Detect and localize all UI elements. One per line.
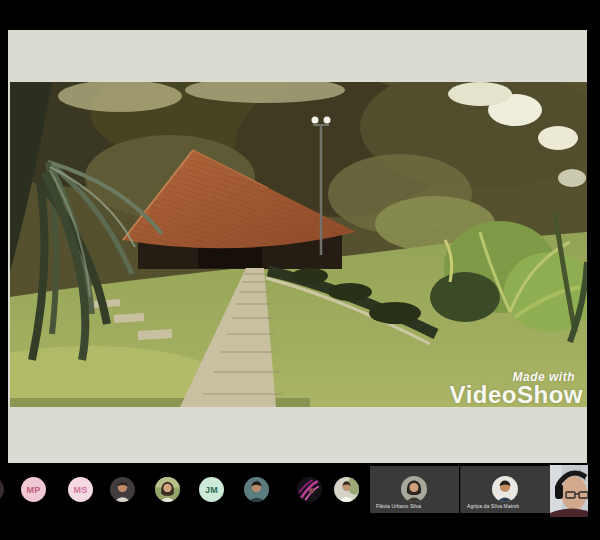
- avatar-initials: MS: [74, 485, 88, 495]
- participant-name: Agripa da Silva Mainrk: [467, 503, 519, 509]
- photo-avatar-icon: [155, 477, 180, 502]
- participant-avatar-jm[interactable]: JM: [199, 477, 224, 502]
- participant-avatar-ms[interactable]: MS: [68, 477, 93, 502]
- tile-avatar-photo: [401, 476, 427, 502]
- photo-avatar-icon: [244, 477, 269, 502]
- participant-avatar-mp[interactable]: MP: [21, 477, 46, 502]
- avatar-initials: MP: [27, 485, 41, 495]
- participant-avatar-partial[interactable]: [0, 477, 4, 502]
- photo-avatar-icon: [110, 477, 135, 502]
- participant-avatar-man-white-shirt[interactable]: [334, 477, 359, 502]
- participants-filmstrip: MP MS JM: [0, 466, 600, 540]
- shared-video-frame: Made with VideoShow: [10, 82, 587, 407]
- watermark-line2: VideoShow: [450, 383, 583, 407]
- man-with-headphones: [550, 465, 588, 517]
- photo-avatar-icon: [334, 477, 359, 502]
- tile-avatar-photo: [492, 476, 518, 502]
- avatar-initials: JM: [205, 485, 218, 495]
- participant-name: Flávia Urbano Silva: [376, 503, 421, 509]
- participant-avatar-man-teal[interactable]: [244, 477, 269, 502]
- shared-screen-page: Made with VideoShow: [8, 30, 587, 463]
- self-view-video[interactable]: [550, 465, 588, 517]
- videoshow-watermark: Made with VideoShow: [450, 371, 583, 407]
- participant-avatar-woman-outdoors[interactable]: [155, 477, 180, 502]
- video-tile-agripa[interactable]: Agripa da Silva Mainrk: [460, 466, 550, 513]
- garden-video-scene: [10, 82, 587, 407]
- video-tile-flavia[interactable]: Flávia Urbano Silva: [370, 466, 459, 513]
- photo-avatar-icon: [297, 477, 322, 502]
- participant-avatar-pink-hair[interactable]: [297, 477, 322, 502]
- participant-avatar-young-man[interactable]: [110, 477, 135, 502]
